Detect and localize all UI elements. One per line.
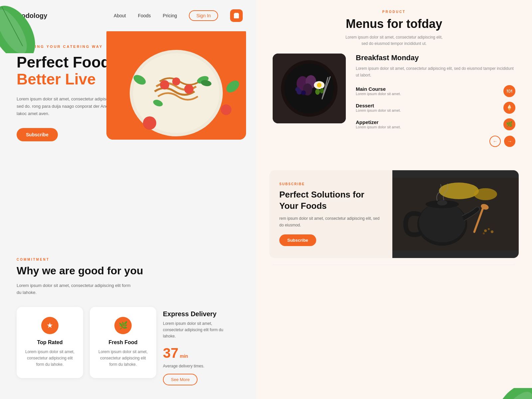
right-top-section: PRODUCT Menus for tofday Lorem ipsum dol… xyxy=(256,0,532,157)
feature-desc-1: Lorem ipsum dolor sit amet, consectetur … xyxy=(98,349,148,368)
menus-title: Menus for tofday xyxy=(273,17,515,31)
express-desc: Lorem ipsum dolor sit amet, consectetur … xyxy=(163,321,229,340)
svg-point-34 xyxy=(474,188,497,200)
delivery-avg: Average delivery times. xyxy=(163,364,229,368)
food-hero-card xyxy=(106,27,246,140)
breakfast-food-image xyxy=(273,54,346,123)
menu-navigation: ← → xyxy=(356,136,515,147)
svg-point-8 xyxy=(184,84,194,94)
svg-point-9 xyxy=(172,77,180,85)
menu-item-text-1: Dessert Lorem ipsum dolor sit amet. xyxy=(356,103,401,112)
menu-item-text-0: Main Course Lorem ipsum dolor sit amet. xyxy=(356,86,401,96)
nav-pricing[interactable]: Pricing xyxy=(163,13,177,18)
prev-arrow-button[interactable]: ← xyxy=(489,136,501,147)
svg-point-36 xyxy=(419,202,466,242)
svg-point-26 xyxy=(301,90,306,95)
cart-icon xyxy=(233,12,240,19)
navbar: Foodology About Foods Pricing Sign In xyxy=(0,0,256,31)
product-tag: PRODUCT xyxy=(273,10,515,14)
nav-links: About Foods Pricing Sign In xyxy=(114,9,243,22)
menu-item-text-2: Appetizer Lorem ipsum dolor sit amet. xyxy=(356,119,401,129)
delivery-time: 37 min xyxy=(163,345,229,361)
commitment-section: COMMITMENT Why we are good for you Lorem… xyxy=(0,244,256,398)
breakfast-section: Breakfast Monday Lorem ipsum dolor sit a… xyxy=(273,54,515,147)
cart-button[interactable] xyxy=(230,9,243,22)
dark-food-illustration xyxy=(273,54,346,123)
svg-point-33 xyxy=(439,183,479,199)
feature-card-fresh-food: 🌿 Fresh Food Lorem ipsum dolor sit amet,… xyxy=(90,307,156,378)
subscribe-content: SUBSCRIBE Perfect Solutions for Your Foo… xyxy=(269,170,392,258)
menus-description: Lorem ipsum dolor sit amet, consectetur … xyxy=(344,34,444,47)
svg-point-24 xyxy=(317,83,322,87)
pasta-illustration xyxy=(106,27,246,140)
svg-point-7 xyxy=(160,80,169,89)
menu-appetizer-icon: 🌿 xyxy=(503,118,515,130)
menu-item-2: Appetizer Lorem ipsum dolor sit amet. 🌿 xyxy=(356,118,515,130)
menu-item-0: Main Course Lorem ipsum dolor sit amet. … xyxy=(356,85,515,97)
svg-point-42 xyxy=(483,232,485,234)
svg-point-41 xyxy=(491,230,493,233)
features-row: ★ Top Rated Lorem ipsum dolor sit amet, … xyxy=(17,307,239,385)
commitment-title: Why we are good for you xyxy=(17,265,239,277)
menu-item-name-1: Dessert xyxy=(356,103,401,108)
subscribe-tag: SUBSCRIBE xyxy=(279,182,382,186)
leaf-bottom-right-icon xyxy=(485,388,532,399)
leaf-icon: 🌿 xyxy=(114,317,132,334)
logo: Foodology xyxy=(13,12,47,20)
feature-title-0: Top Rated xyxy=(25,339,75,345)
svg-point-29 xyxy=(320,88,324,93)
svg-point-46 xyxy=(495,388,532,399)
feature-desc-0: Lorem ipsum dolor sit amet, consectetur … xyxy=(25,349,75,368)
svg-point-13 xyxy=(143,116,156,130)
menu-dessert-icon: 🍦 xyxy=(503,102,515,114)
express-title: Express Delivery xyxy=(163,310,229,318)
time-unit: min xyxy=(180,353,188,359)
svg-point-28 xyxy=(315,89,320,95)
hero-subscribe-button[interactable]: Subscribe xyxy=(17,128,58,141)
subscribe-cta-button[interactable]: Subscribe xyxy=(279,234,316,246)
svg-point-27 xyxy=(295,87,300,92)
breakfast-title: Breakfast Monday xyxy=(356,54,515,62)
star-icon: ★ xyxy=(41,317,59,334)
menu-item-desc-2: Lorem ipsum dolor sit amet. xyxy=(356,125,401,129)
menu-item-1: Dessert Lorem ipsum dolor sit amet. 🍦 xyxy=(356,102,515,114)
next-arrow-button[interactable]: → xyxy=(504,136,515,147)
subscribe-banner-wrapper: SUBSCRIBE Perfect Solutions for Your Foo… xyxy=(256,157,532,265)
svg-point-39 xyxy=(484,229,487,232)
subscribe-title: Perfect Solutions for Your Foods xyxy=(279,189,382,212)
subscribe-image xyxy=(392,170,519,258)
svg-point-45 xyxy=(486,388,532,399)
nav-about[interactable]: About xyxy=(114,13,126,18)
signin-button[interactable]: Sign In xyxy=(189,10,218,21)
kettle-illustration xyxy=(392,178,519,251)
menu-item-desc-1: Lorem ipsum dolor sit amet. xyxy=(356,108,401,112)
footer-divider xyxy=(273,265,515,265)
menu-item-name-0: Main Course xyxy=(356,86,401,92)
subscribe-description: rem ipsum dolor sit amet, consectetur ad… xyxy=(279,215,382,228)
breakfast-info: Breakfast Monday Lorem ipsum dolor sit a… xyxy=(356,54,515,147)
svg-point-14 xyxy=(221,104,231,115)
breakfast-desc: Lorem ipsum dolor sit amet, consectetur … xyxy=(356,66,515,78)
nav-foods[interactable]: Foods xyxy=(138,13,151,18)
commitment-tag: COMMITMENT xyxy=(17,258,239,261)
feature-card-top-rated: ★ Top Rated Lorem ipsum dolor sit amet, … xyxy=(17,307,83,378)
commitment-description: Lorem ipsum dolor sit amet, consectetur … xyxy=(17,282,133,296)
menu-item-name-2: Appetizer xyxy=(356,119,401,125)
express-delivery: Express Delivery Lorem ipsum dolor sit a… xyxy=(163,307,229,385)
svg-point-38 xyxy=(437,200,447,205)
menu-item-desc-0: Lorem ipsum dolor sit amet. xyxy=(356,92,401,96)
svg-point-40 xyxy=(488,228,490,230)
subscribe-banner: SUBSCRIBE Perfect Solutions for Your Foo… xyxy=(269,170,519,258)
feature-title-1: Fresh Food xyxy=(98,339,148,345)
menu-items-list: Main Course Lorem ipsum dolor sit amet. … xyxy=(356,85,515,130)
menu-course-icon: 🍽 xyxy=(503,85,515,97)
see-more-button[interactable]: See More xyxy=(163,374,198,385)
time-number: 37 xyxy=(163,345,179,361)
